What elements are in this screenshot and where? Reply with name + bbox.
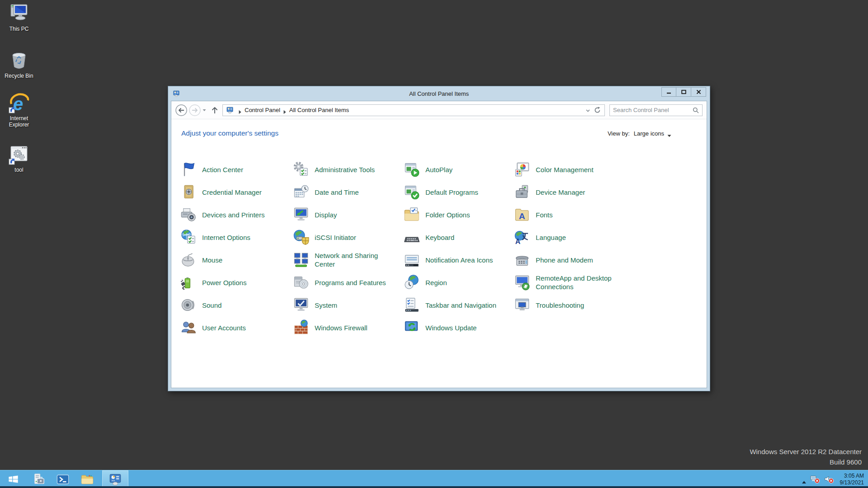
windows-update-icon xyxy=(404,319,420,336)
internet-explorer-icon: e xyxy=(8,92,30,114)
cpl-item-label: Devices and Printers xyxy=(202,211,264,219)
cpl-item-notification-area-icons[interactable]: Notification Area Icons xyxy=(404,252,514,268)
desktop-icon-label: This PC xyxy=(1,26,37,32)
cpl-item-power-options[interactable]: Power Options xyxy=(180,274,293,291)
forward-button[interactable] xyxy=(189,104,201,116)
page-title: Adjust your computer's settings xyxy=(181,129,278,137)
region-icon xyxy=(404,274,420,291)
cpl-item-action-center[interactable]: Action Center xyxy=(180,161,293,178)
cpl-item-phone-and-modem[interactable]: Phone and Modem xyxy=(514,252,623,268)
cpl-item-windows-firewall[interactable]: Windows Firewall xyxy=(293,319,404,336)
search-icon[interactable] xyxy=(693,107,699,113)
cpl-item-date-and-time[interactable]: Date and Time xyxy=(293,184,404,200)
desktop-icon-this-pc[interactable]: This PC xyxy=(1,3,37,32)
mouse-icon xyxy=(180,252,197,268)
breadcrumb-chevron-icon[interactable] xyxy=(238,108,242,113)
start-button[interactable] xyxy=(0,470,26,488)
up-button[interactable] xyxy=(210,106,219,115)
cpl-item-iscsi-initiator[interactable]: iSCSI Initiator xyxy=(293,229,404,245)
cpl-item-taskbar-and-navigation[interactable]: Taskbar and Navigation xyxy=(404,297,514,313)
cpl-item-internet-options[interactable]: Internet Options xyxy=(180,229,293,245)
refresh-icon[interactable] xyxy=(594,107,601,113)
taskbar-button-control-panel[interactable] xyxy=(102,470,128,488)
cpl-item-autoplay[interactable]: AutoPlay xyxy=(404,161,514,178)
language-icon: A xyxy=(514,229,530,245)
cpl-item-programs-and-features[interactable]: Programs and Features xyxy=(293,274,404,291)
cpl-item-troubleshooting[interactable]: Troubleshooting xyxy=(514,297,623,313)
cpl-item-default-programs[interactable]: Default Programs xyxy=(404,184,514,200)
cpl-item-folder-options[interactable]: Folder Options xyxy=(404,206,514,223)
cpl-item-label: Action Center xyxy=(202,165,243,174)
cpl-item-label: Taskbar and Navigation xyxy=(425,301,496,310)
cpl-item-fonts[interactable]: AFonts xyxy=(514,206,623,223)
recent-pages-dropdown-icon[interactable] xyxy=(202,108,207,113)
maximize-button[interactable] xyxy=(676,87,691,97)
desktop-icon-label: tool xyxy=(1,167,37,173)
close-button[interactable] xyxy=(691,87,706,97)
cpl-item-label: Language xyxy=(536,233,566,242)
cpl-item-label: System xyxy=(315,301,337,310)
display-icon xyxy=(293,206,309,223)
taskbar-clock[interactable]: 3:05 AM 9/13/2021 xyxy=(840,473,864,486)
administrative-tools-icon xyxy=(293,161,309,178)
cpl-item-display[interactable]: Display xyxy=(293,206,404,223)
cpl-item-devices-and-printers[interactable]: Devices and Printers xyxy=(180,206,293,223)
recycle-bin-icon xyxy=(8,50,30,71)
cpl-item-language[interactable]: ALanguage xyxy=(514,229,623,245)
file-explorer-icon xyxy=(80,473,94,486)
power-options-icon xyxy=(180,274,197,291)
window-title: All Control Panel Items xyxy=(168,90,710,97)
cpl-item-network-and-sharing-center[interactable]: Network and Sharing Center xyxy=(293,251,404,268)
control-panel-content: Adjust your computer's settings View by:… xyxy=(171,119,707,388)
address-dropdown-icon[interactable] xyxy=(585,107,591,113)
desktop-icon-recycle-bin[interactable]: Recycle Bin xyxy=(1,50,37,79)
window-titlebar[interactable]: All Control Panel Items xyxy=(168,86,710,101)
chevron-down-icon xyxy=(667,132,671,135)
cpl-item-label: RemoteApp and Desktop Connections xyxy=(536,274,618,291)
network-status-icon[interactable] xyxy=(810,474,821,485)
sound-icon xyxy=(180,297,197,313)
windows-logo-icon xyxy=(7,473,19,485)
breadcrumb-chevron-icon[interactable] xyxy=(283,108,287,113)
cpl-item-device-manager[interactable]: Device Manager xyxy=(514,184,623,200)
cpl-item-keyboard[interactable]: Keyboard xyxy=(404,229,514,245)
cpl-item-credential-manager[interactable]: Credential Manager xyxy=(180,184,293,200)
search-box[interactable] xyxy=(609,104,703,116)
search-input[interactable] xyxy=(613,107,693,113)
clock-time: 3:05 AM xyxy=(840,473,864,479)
color-management-icon xyxy=(514,161,530,178)
show-hidden-icons-icon[interactable] xyxy=(802,478,807,481)
cpl-item-user-accounts[interactable]: User Accounts xyxy=(180,319,293,336)
cpl-item-region[interactable]: Region xyxy=(404,274,514,291)
cpl-item-label: Device Manager xyxy=(536,188,585,197)
desktop-icon-tool[interactable]: tool xyxy=(1,144,37,173)
view-by-control: View by: Large icons xyxy=(608,130,671,137)
devices-and-printers-icon xyxy=(180,206,197,223)
cpl-item-remoteapp-and-desktop-connections[interactable]: RemoteApp and Desktop Connections xyxy=(514,274,623,291)
taskbar-button-file-explorer[interactable] xyxy=(75,470,99,488)
minimize-button[interactable] xyxy=(661,87,676,97)
breadcrumb-item-control-panel[interactable]: Control Panel xyxy=(245,107,280,113)
cpl-item-administrative-tools[interactable]: Administrative Tools xyxy=(293,161,404,178)
breadcrumb-item-all-control-panel-items[interactable]: All Control Panel Items xyxy=(289,107,349,113)
cpl-item-label: AutoPlay xyxy=(425,165,453,174)
network-sharing-center-icon xyxy=(293,252,309,268)
cpl-item-color-management[interactable]: Color Management xyxy=(514,161,623,178)
cpl-item-label: Network and Sharing Center xyxy=(315,251,397,268)
taskbar-button-server-manager[interactable] xyxy=(26,470,51,488)
cpl-item-system[interactable]: System xyxy=(293,297,404,313)
fonts-icon: A xyxy=(514,206,530,223)
control-panel-window: All Control Panel Items xyxy=(168,86,710,391)
cpl-item-label: Windows Update xyxy=(425,324,476,332)
view-by-dropdown[interactable]: Large icons xyxy=(634,130,671,137)
desktop-icon-internet-explorer[interactable]: eInternet Explorer xyxy=(1,92,37,128)
back-button[interactable] xyxy=(175,104,187,116)
cpl-item-windows-update[interactable]: Windows Update xyxy=(404,319,514,336)
cpl-item-mouse[interactable]: Mouse xyxy=(180,252,293,268)
taskbar-button-powershell[interactable] xyxy=(51,470,75,488)
volume-status-icon[interactable] xyxy=(824,474,835,485)
cpl-item-label: iSCSI Initiator xyxy=(315,233,356,242)
cpl-item-sound[interactable]: Sound xyxy=(180,297,293,313)
address-bar[interactable]: Control PanelAll Control Panel Items xyxy=(222,104,605,116)
cpl-item-label: Phone and Modem xyxy=(536,256,593,264)
